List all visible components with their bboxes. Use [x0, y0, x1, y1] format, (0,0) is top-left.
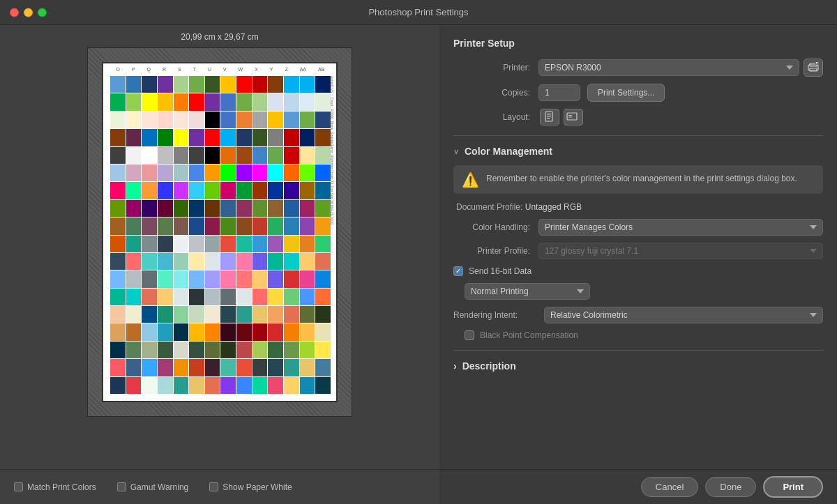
color-cell	[220, 253, 236, 270]
main-content: 20,99 cm x 29,67 cm OP QR ST UV WX YZ AA…	[0, 25, 837, 504]
color-cell	[189, 289, 204, 305]
print-button[interactable]: Print	[763, 476, 823, 498]
color-cell	[236, 182, 252, 199]
copies-input[interactable]	[538, 84, 580, 101]
canvas-area: OP QR ST UV WX YZ AAAB AppleICVS :: 'Cha…	[87, 47, 352, 417]
color-cell	[300, 236, 315, 252]
color-cell	[236, 217, 252, 234]
color-cell	[158, 306, 173, 323]
color-cell	[174, 359, 189, 376]
bottom-bar: Cancel Done Print	[439, 469, 837, 504]
color-cell	[236, 306, 252, 323]
color-cell	[315, 359, 331, 376]
color-cell	[220, 182, 236, 199]
color-cell	[236, 200, 252, 217]
color-cell	[205, 342, 220, 358]
color-cell	[205, 182, 220, 199]
minimize-button[interactable]	[24, 8, 33, 17]
color-cell	[126, 217, 142, 234]
color-cell	[174, 270, 189, 287]
color-cell	[142, 112, 157, 128]
color-cell	[284, 200, 299, 217]
divider-2	[453, 350, 823, 351]
match-print-colors-box[interactable]	[14, 482, 23, 491]
color-handling-select[interactable]: Printer Manages Colors Photoshop Manages…	[538, 219, 823, 236]
color-cell	[300, 200, 315, 217]
color-cell	[220, 377, 236, 394]
color-cell	[315, 236, 331, 252]
color-cell	[174, 253, 189, 270]
show-paper-white-box[interactable]	[209, 482, 218, 491]
layout-portrait-btn[interactable]	[540, 109, 559, 125]
color-cell	[268, 200, 283, 217]
color-cell	[315, 323, 331, 340]
color-cell	[284, 129, 299, 146]
maximize-button[interactable]	[38, 8, 47, 17]
color-cell	[284, 236, 299, 252]
color-cell	[205, 377, 220, 394]
color-grid	[110, 76, 331, 394]
color-cell	[252, 147, 268, 164]
color-cell	[158, 112, 173, 128]
color-handling-row: Color Handling: Printer Manages Colors P…	[453, 219, 823, 236]
color-cell	[252, 217, 268, 234]
show-paper-white-checkbox[interactable]: Show Paper White	[209, 482, 292, 492]
color-cell	[236, 129, 252, 146]
warning-box: ⚠️ Remember to enable the printer's colo…	[453, 165, 823, 194]
send16bit-checkbox[interactable]: ✓	[453, 266, 463, 276]
color-cell	[300, 323, 315, 340]
done-button[interactable]: Done	[705, 477, 756, 497]
close-button[interactable]	[10, 8, 19, 17]
color-cell	[205, 93, 220, 110]
bpc-checkbox[interactable]	[465, 330, 474, 340]
color-cell	[189, 76, 204, 93]
color-cell	[189, 270, 204, 287]
color-cell	[236, 377, 252, 394]
printer-control: EPSON R3000	[538, 59, 823, 77]
right-scrollable[interactable]: Printer Setup Printer: EPSON R3000	[439, 25, 837, 469]
color-cell	[189, 342, 204, 358]
color-cell	[142, 93, 157, 110]
printing-mode-row: Normal Printing Hard Proofing	[453, 283, 823, 300]
gamut-warning-label: Gamut Warning	[130, 482, 189, 492]
printer-label: Printer:	[453, 63, 530, 72]
color-cell	[236, 76, 252, 93]
color-cell	[205, 200, 220, 217]
color-cell	[284, 270, 299, 287]
gamut-warning-box[interactable]	[117, 482, 126, 491]
gamut-warning-checkbox[interactable]: Gamut Warning	[117, 482, 189, 492]
color-cell	[142, 306, 157, 323]
match-print-colors-checkbox[interactable]: Match Print Colors	[14, 482, 96, 492]
color-cell	[158, 270, 173, 287]
color-cell	[315, 217, 331, 234]
color-cell	[110, 217, 126, 234]
color-cell	[268, 270, 283, 287]
color-cell	[220, 342, 236, 358]
color-cell	[174, 93, 189, 110]
printer-add-icon-btn[interactable]	[804, 59, 823, 77]
rendering-intent-select[interactable]: Perceptual Saturation Relative Colorimet…	[544, 307, 823, 323]
description-header[interactable]: › Description	[453, 360, 823, 372]
color-cell	[252, 236, 268, 252]
color-cell	[126, 253, 142, 270]
color-cell	[205, 76, 220, 93]
color-cell	[174, 165, 189, 181]
color-cell	[126, 93, 142, 110]
cancel-button[interactable]: Cancel	[641, 477, 698, 497]
color-cell	[110, 377, 126, 394]
printer-profile-select[interactable]: 127 glossy fuji crystal 7.1	[538, 243, 823, 259]
color-cell	[174, 342, 189, 358]
color-cell	[300, 93, 315, 110]
description-chevron[interactable]: ›	[453, 360, 457, 372]
print-settings-button[interactable]: Print Settings...	[587, 84, 665, 102]
color-cell	[126, 270, 142, 287]
printing-mode-select[interactable]: Normal Printing Hard Proofing	[465, 283, 590, 300]
color-cell	[220, 129, 236, 146]
color-cell	[158, 129, 173, 146]
printer-select[interactable]: EPSON R3000	[538, 59, 799, 76]
layout-landscape-btn[interactable]	[564, 109, 583, 125]
color-management-chevron[interactable]: ∨	[453, 147, 459, 156]
color-management-header: ∨ Color Management	[453, 146, 823, 157]
color-cell	[110, 76, 126, 93]
color-cell	[284, 165, 299, 181]
